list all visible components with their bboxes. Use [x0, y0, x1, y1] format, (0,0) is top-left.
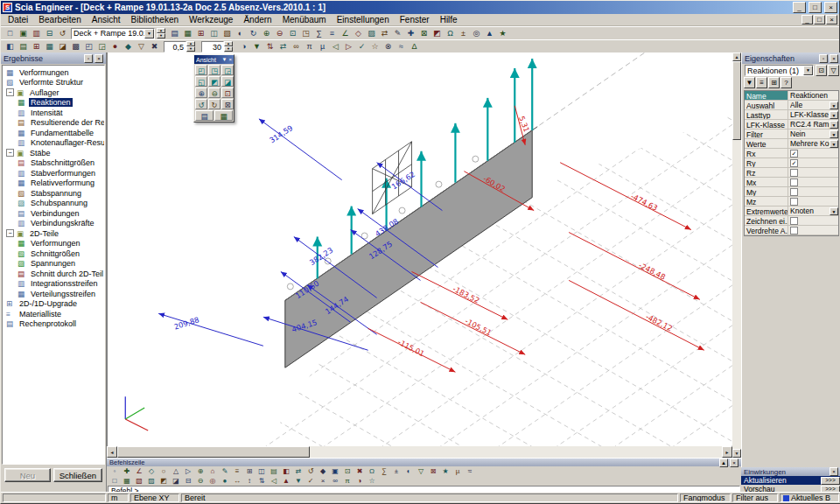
toolbar-icon[interactable]: ✖: [148, 41, 161, 52]
command-icon[interactable]: ⇄: [292, 466, 304, 476]
command-icon[interactable]: ✖: [354, 466, 366, 476]
help-icon[interactable]: ?: [780, 77, 792, 88]
toolbar-icon[interactable]: ▼: [250, 41, 263, 52]
toolbar-icon[interactable]: µ: [316, 41, 329, 52]
command-icon[interactable]: ⊟: [182, 476, 194, 486]
toolbar-icon[interactable]: ▩: [69, 41, 82, 52]
property-value[interactable]: [788, 187, 838, 196]
toolbar-icon[interactable]: ∑: [312, 28, 326, 39]
toolbar-icon[interactable]: ◳: [299, 28, 312, 39]
tree-item[interactable]: ▥Knotenauflager-Resultierenc: [3, 138, 104, 149]
view-front-icon[interactable]: ◳: [208, 65, 220, 75]
pin-icon[interactable]: ▫: [819, 54, 828, 63]
toolbar-icon[interactable]: ✓: [355, 41, 368, 52]
close-icon[interactable]: ×: [94, 54, 103, 63]
status-snap-mode[interactable]: Fangmodus: [680, 494, 731, 502]
checkbox[interactable]: [790, 217, 798, 225]
viewport-3d[interactable]: 438,08382,23314,59128,75110,60144,74404,…: [107, 52, 732, 446]
toolbar-icon[interactable]: ◲: [95, 41, 108, 52]
command-icon[interactable]: µ: [452, 466, 464, 476]
menu-item[interactable]: Ändern: [238, 14, 276, 25]
tree-item[interactable]: −▣2D-Teile: [3, 228, 104, 239]
tree-item[interactable]: ▧Schnittgrößen: [3, 248, 104, 259]
command-icon[interactable]: ⊞: [243, 466, 256, 476]
command-icon[interactable]: ▽: [415, 466, 427, 476]
toolbar-icon[interactable]: ◐: [234, 28, 247, 39]
property-row[interactable]: Mz: [745, 197, 838, 206]
dropdown-arrow-icon[interactable]: ▼: [803, 66, 813, 75]
tree-item[interactable]: ▦Reaktionen: [3, 98, 104, 108]
selection-filter-icon[interactable]: ⊡: [816, 65, 827, 76]
property-row[interactable]: NameReaktionen: [745, 91, 838, 101]
aktualisieren-button[interactable]: >>>: [821, 477, 840, 485]
menu-item[interactable]: Einstellungen: [332, 14, 395, 25]
filter-icon[interactable]: ▼: [744, 77, 755, 88]
property-row[interactable]: Verdrehte A...: [745, 226, 838, 235]
tree-item[interactable]: −▣Stäbe: [3, 148, 104, 158]
spin-down-icon[interactable]: ▼: [186, 46, 195, 52]
tree-item[interactable]: ▤Resultierende der Reaktione: [3, 118, 104, 129]
hscroll-thumb[interactable]: [117, 446, 310, 458]
command-icon[interactable]: □: [108, 476, 121, 486]
toolbar-icon[interactable]: ✎: [391, 28, 404, 39]
command-icon[interactable]: ○: [158, 466, 170, 476]
toolbar-icon[interactable]: ⇅: [263, 41, 276, 52]
toolbar-icon[interactable]: ★: [496, 28, 509, 39]
expander-icon[interactable]: −: [6, 229, 14, 237]
toolbar-icon[interactable]: ◩: [430, 28, 444, 39]
checkbox[interactable]: [790, 178, 798, 186]
toolbar-icon[interactable]: ▧: [220, 28, 234, 39]
scroll-up-icon[interactable]: ▲: [732, 52, 741, 61]
dropdown-arrow-icon[interactable]: ▼: [830, 111, 838, 119]
command-icon[interactable]: ▣: [329, 466, 341, 476]
toolbar-icon[interactable]: ⊖: [273, 28, 286, 39]
wireframe-icon[interactable]: ▤: [195, 110, 214, 121]
scroll-up-icon[interactable]: ▲: [719, 458, 728, 467]
toolbar-icon[interactable]: ≈: [395, 41, 408, 52]
command-icon[interactable]: ↕: [243, 476, 256, 486]
property-value[interactable]: [788, 168, 838, 177]
command-icon[interactable]: ∠: [133, 466, 145, 476]
command-icon[interactable]: ▷: [182, 466, 194, 476]
zoom-out-icon[interactable]: ⊖: [208, 88, 220, 98]
menu-item[interactable]: Werkzeuge: [184, 14, 238, 25]
tree-item[interactable]: ▦Verformungen: [3, 67, 104, 78]
command-icon[interactable]: ▦: [121, 476, 133, 486]
command-icon[interactable]: ✚: [121, 466, 133, 476]
close-icon[interactable]: ×: [830, 467, 838, 476]
property-row[interactable]: Rz: [745, 168, 838, 178]
undo-icon[interactable]: ↺: [56, 28, 69, 39]
toolbar-icon[interactable]: ≡: [326, 28, 339, 39]
node-marker[interactable]: [287, 284, 293, 290]
command-icon[interactable]: ◑: [354, 476, 366, 486]
property-row[interactable]: LasttypLFK-Klasse▼: [745, 110, 838, 120]
view-axo-icon[interactable]: ◱: [195, 76, 207, 87]
menu-item[interactable]: Hilfe: [435, 14, 463, 25]
property-row[interactable]: LFK-KlasseRC2.4 Rampe▼: [745, 120, 838, 130]
property-row[interactable]: AuswahlAlle▼: [745, 101, 838, 110]
viewport-hscrollbar[interactable]: ◄ ►: [107, 446, 732, 458]
node-marker[interactable]: [436, 181, 442, 187]
command-icon[interactable]: ∑: [378, 466, 390, 476]
expander-icon[interactable]: −: [6, 88, 14, 96]
tree-item[interactable]: ⊞2D-/1D-Upgrade: [3, 299, 104, 310]
spin-down-icon[interactable]: ▼: [157, 33, 165, 38]
zoom-in-icon[interactable]: ⊕: [195, 88, 207, 98]
view-top-icon[interactable]: ◰: [195, 65, 207, 75]
command-icon[interactable]: ◪: [170, 476, 182, 486]
project-spinner[interactable]: ▲ ▼: [157, 28, 165, 38]
checkbox[interactable]: [790, 188, 798, 196]
command-icon[interactable]: ≡: [231, 466, 243, 476]
command-icon[interactable]: ◦: [108, 466, 121, 476]
node-marker[interactable]: [399, 207, 405, 214]
toolbar-icon[interactable]: ∠: [339, 28, 352, 39]
toolbar-icon[interactable]: ▦: [181, 28, 194, 39]
project-combo[interactable]: Deck + Rampe 19.01 ▼: [71, 28, 155, 39]
ansicht-toolbar-header[interactable]: Ansicht ▼ ×: [194, 55, 234, 64]
property-value[interactable]: Mehrere Kompon▼: [788, 139, 838, 148]
mdi-close-button[interactable]: ×: [826, 15, 837, 24]
command-icon[interactable]: ⇅: [256, 476, 268, 486]
tree-item[interactable]: ▥Verbindungskräfte: [3, 219, 104, 229]
toolbar-icon[interactable]: ◑: [237, 41, 250, 52]
toolbar-icon[interactable]: ▦: [43, 41, 56, 52]
